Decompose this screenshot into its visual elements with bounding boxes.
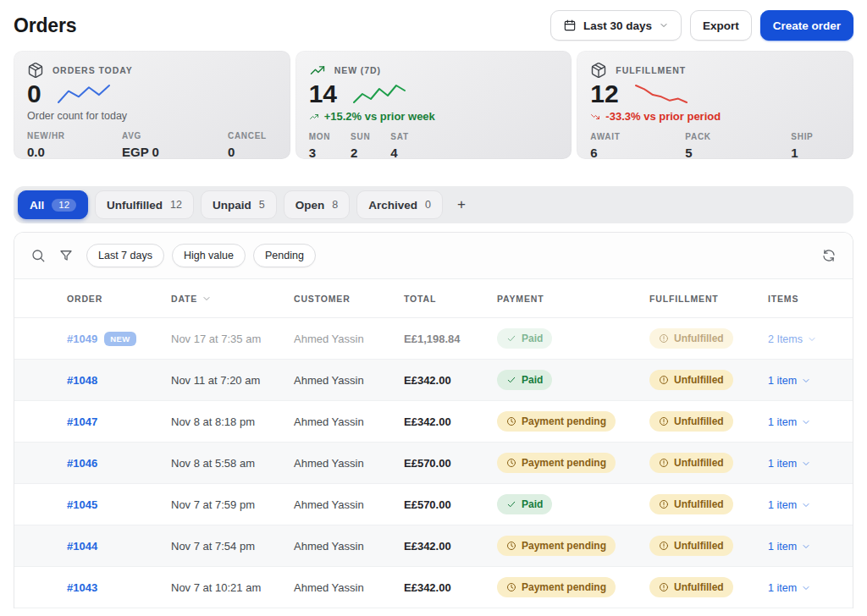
tab-open[interactable]: Open 8 bbox=[284, 190, 350, 219]
create-order-button[interactable]: Create order bbox=[760, 10, 853, 41]
stat-subtitle: Order count for today bbox=[27, 110, 277, 122]
stat-value: 14 bbox=[309, 80, 337, 107]
payment-status-badge: Payment pending bbox=[497, 536, 616, 556]
items-expander[interactable]: 2 Items bbox=[768, 333, 817, 345]
order-date: Nov 7 at 7:54 pm bbox=[171, 540, 294, 553]
chevron-down-icon bbox=[801, 500, 811, 510]
items-expander[interactable]: 1 item bbox=[768, 458, 811, 470]
chevron-down-icon bbox=[801, 583, 811, 593]
table-row[interactable]: #1048 Nov 11 at 7:20 am Ahmed Yassin E£3… bbox=[14, 360, 853, 401]
fulfillment-status-badge: Unfulfilled bbox=[649, 494, 733, 514]
payment-status-badge: Payment pending bbox=[497, 411, 616, 432]
order-customer: Ahmed Yassin bbox=[294, 374, 404, 387]
column-order: ORDER bbox=[67, 294, 171, 304]
new-badge: NEW bbox=[104, 332, 136, 346]
order-link[interactable]: #1049 bbox=[67, 333, 97, 345]
items-expander[interactable]: 1 item bbox=[768, 416, 811, 428]
alert-circle-icon bbox=[659, 458, 669, 468]
orders-panel: Last 7 days High value Pending ORDER DAT… bbox=[14, 232, 853, 608]
tab-archived[interactable]: Archived 0 bbox=[356, 190, 443, 219]
table-row[interactable]: #1046 Nov 8 at 5:58 am Ahmed Yassin E£57… bbox=[14, 443, 853, 484]
substat: PACK5 bbox=[685, 132, 791, 160]
clock-icon bbox=[506, 582, 516, 592]
chevron-down-icon bbox=[801, 542, 811, 552]
export-button[interactable]: Export bbox=[690, 10, 752, 41]
clock-icon bbox=[506, 458, 516, 468]
trend-up-icon bbox=[309, 62, 326, 79]
stat-label: NEW (7D) bbox=[334, 65, 381, 75]
order-link[interactable]: #1046 bbox=[67, 457, 97, 470]
date-range-button[interactable]: Last 30 days bbox=[550, 10, 682, 41]
tab-unfulfilled[interactable]: Unfulfilled 12 bbox=[95, 190, 194, 219]
order-link[interactable]: #1043 bbox=[67, 581, 97, 594]
order-link[interactable]: #1047 bbox=[67, 415, 97, 428]
order-total: E£1,198.84 bbox=[404, 333, 497, 345]
order-customer: Ahmed Yassin bbox=[294, 415, 404, 428]
clock-icon bbox=[506, 541, 516, 551]
tab-unpaid[interactable]: Unpaid 5 bbox=[201, 190, 277, 219]
chip-high-value[interactable]: High value bbox=[172, 244, 246, 267]
stat-card-new-7d: NEW (7D) 14 +15.2% vs prior week MON3 SU… bbox=[295, 51, 572, 159]
filter-chips: Last 7 days High value Pending bbox=[86, 244, 316, 267]
filter-button[interactable] bbox=[58, 248, 74, 263]
substat: NEW/HR0.0 bbox=[27, 131, 122, 159]
order-customer: Ahmed Yassin bbox=[294, 333, 404, 345]
chip-pending[interactable]: Pending bbox=[253, 244, 316, 267]
alert-circle-icon bbox=[659, 416, 669, 426]
order-total: E£342.00 bbox=[404, 540, 497, 553]
items-expander[interactable]: 1 item bbox=[768, 582, 811, 594]
order-link[interactable]: #1044 bbox=[67, 540, 97, 553]
sparkline-red bbox=[631, 83, 692, 105]
column-payment: PAYMENT bbox=[497, 294, 649, 304]
filter-bar: Last 7 days High value Pending bbox=[14, 233, 853, 279]
export-label: Export bbox=[703, 19, 739, 32]
chip-last-7-days[interactable]: Last 7 days bbox=[86, 244, 164, 267]
alert-circle-icon bbox=[659, 541, 669, 551]
payment-status-badge: Payment pending bbox=[497, 453, 616, 473]
trend-down-icon bbox=[590, 112, 600, 122]
stat-card-fulfillment: FULFILLMENT 12 -33.3% vs prior period AW… bbox=[577, 51, 853, 159]
sort-chevron-down-icon bbox=[202, 294, 212, 304]
substat: AWAIT6 bbox=[590, 132, 685, 160]
alert-circle-icon bbox=[659, 582, 669, 592]
tab-all[interactable]: All 12 bbox=[18, 190, 88, 219]
order-total: E£342.00 bbox=[404, 374, 497, 387]
table-row[interactable]: #1044 Nov 7 at 7:54 pm Ahmed Yassin E£34… bbox=[14, 525, 853, 567]
create-order-label: Create order bbox=[773, 19, 841, 32]
stat-label: FULFILLMENT bbox=[616, 65, 686, 75]
package-icon bbox=[590, 62, 607, 79]
column-items: ITEMS bbox=[768, 294, 836, 304]
column-date[interactable]: DATE bbox=[171, 294, 294, 304]
items-expander[interactable]: 1 item bbox=[768, 375, 811, 387]
stat-value: 12 bbox=[590, 80, 618, 107]
stat-label: ORDERS TODAY bbox=[52, 65, 133, 75]
refresh-icon bbox=[821, 248, 837, 263]
stat-value: 0 bbox=[27, 80, 41, 107]
refresh-button[interactable] bbox=[821, 248, 837, 263]
substat: SUN2 bbox=[351, 132, 370, 160]
substat: SHIP1 bbox=[791, 132, 840, 160]
search-button[interactable] bbox=[30, 248, 46, 263]
order-status-tabs: All 12 Unfulfilled 12 Unpaid 5 Open 8 Ar… bbox=[14, 186, 853, 223]
add-view-button[interactable]: + bbox=[450, 190, 473, 219]
chevron-down-icon bbox=[659, 20, 669, 30]
column-total: TOTAL bbox=[404, 294, 497, 304]
table-row[interactable]: #1043 Nov 7 at 10:21 am Ahmed Yassin E£3… bbox=[14, 567, 853, 608]
order-customer: Ahmed Yassin bbox=[294, 457, 404, 470]
trend-up-icon bbox=[309, 112, 319, 122]
order-customer: Ahmed Yassin bbox=[294, 540, 404, 553]
column-fulfillment: FULFILLMENT bbox=[649, 294, 768, 304]
top-bar: Orders Last 30 days Export Create order bbox=[14, 0, 853, 41]
order-date: Nov 17 at 7:35 am bbox=[171, 333, 294, 345]
check-icon bbox=[506, 499, 516, 509]
items-expander[interactable]: 1 item bbox=[768, 499, 811, 511]
alert-circle-icon bbox=[659, 333, 669, 344]
order-link[interactable]: #1045 bbox=[67, 498, 97, 511]
table-row[interactable]: #1047 Nov 8 at 8:18 pm Ahmed Yassin E£34… bbox=[14, 401, 853, 443]
order-link[interactable]: #1048 bbox=[67, 374, 97, 387]
order-customer: Ahmed Yassin bbox=[294, 498, 404, 511]
items-expander[interactable]: 1 item bbox=[768, 541, 811, 553]
table-row[interactable]: #1045 Nov 7 at 7:59 pm Ahmed Yassin E£57… bbox=[14, 484, 853, 525]
funnel-icon bbox=[58, 248, 74, 263]
table-row[interactable]: #1049NEW Nov 17 at 7:35 am Ahmed Yassin … bbox=[14, 318, 853, 360]
